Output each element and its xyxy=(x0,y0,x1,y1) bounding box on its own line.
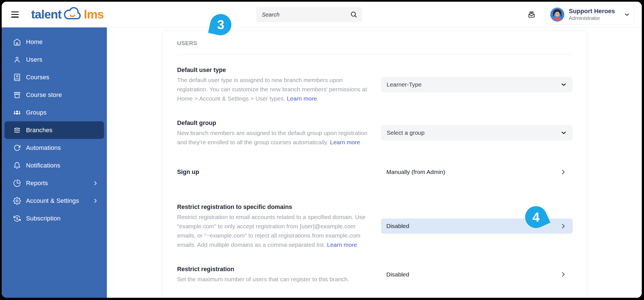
talentlms-logo[interactable]: talent lms xyxy=(31,6,104,23)
setting-description: The default user type is assigned to new… xyxy=(177,75,374,103)
app-window: talent lms xyxy=(2,2,642,298)
groups-icon xyxy=(13,109,21,117)
messages-inbox-icon[interactable] xyxy=(528,11,535,18)
setting-description: Restrict registration to email accounts … xyxy=(177,212,374,249)
user-icon xyxy=(13,56,21,64)
sidebar-item-users[interactable]: Users xyxy=(4,51,104,68)
sidebar-item-branches[interactable]: Branches xyxy=(4,121,104,139)
learn-more-link[interactable]: Learn more xyxy=(330,139,360,145)
sidebar-item-reports[interactable]: Reports xyxy=(4,174,104,192)
user-menu[interactable]: Support Heroes Administrator xyxy=(545,4,634,25)
setting-label: Sign up xyxy=(177,168,374,176)
pie-chart-icon xyxy=(13,179,21,187)
chevron-down-icon xyxy=(560,129,567,136)
main-content: USERS Default user type The default user… xyxy=(107,27,642,298)
search-icon[interactable] xyxy=(350,11,358,18)
book-icon xyxy=(13,73,21,81)
logo-talent-text: talent xyxy=(31,8,62,21)
setting-label: Default group xyxy=(177,119,374,127)
subscription-icon: $ xyxy=(13,215,21,222)
chevron-right-icon xyxy=(560,223,567,229)
branch-users-settings-card: USERS Default user type The default user… xyxy=(163,31,587,298)
hamburger-menu-icon[interactable] xyxy=(11,11,19,18)
logo-lms-text: lms xyxy=(84,8,104,21)
learn-more-link[interactable]: Learn more xyxy=(327,241,357,248)
setting-description: New branch members are assigned to the d… xyxy=(177,128,374,147)
layers-icon xyxy=(13,126,21,134)
sidebar-item-course-store[interactable]: Course store xyxy=(4,86,104,104)
setting-row-restrict-registration: Restrict registration Set the maximum nu… xyxy=(177,257,573,292)
search-input[interactable] xyxy=(256,7,362,22)
learn-more-link[interactable]: Learn more xyxy=(287,95,317,102)
user-identity: Support Heroes Administrator xyxy=(569,8,615,21)
section-title: USERS xyxy=(177,40,573,46)
restrict-registration-setting[interactable]: Disabled xyxy=(381,267,573,282)
setting-label: Restrict registration xyxy=(177,265,374,273)
sidebar-item-subscription[interactable]: $ Subscription xyxy=(4,210,104,227)
sidebar-item-account-settings[interactable]: Account & Settings xyxy=(4,192,104,210)
setting-row-sign-up: Sign up Manually (from Admin) xyxy=(177,155,573,189)
user-role: Administrator xyxy=(569,15,615,21)
top-header: talent lms xyxy=(2,2,642,27)
user-name: Support Heroes xyxy=(569,8,615,15)
setting-row-default-group: Default group New branch members are ass… xyxy=(177,111,573,155)
setting-label: Restrict registration to specific domain… xyxy=(177,203,374,211)
default-group-select[interactable]: Select a group xyxy=(381,125,573,141)
chevron-right-icon xyxy=(92,198,98,204)
default-user-type-select[interactable]: Learner-Type xyxy=(381,77,573,92)
chevron-right-icon xyxy=(92,180,98,186)
svg-text:$: $ xyxy=(16,217,18,220)
automation-icon xyxy=(13,144,21,152)
chevron-down-icon xyxy=(560,81,567,88)
sidebar-nav: Home Users Courses xyxy=(2,27,107,298)
sidebar-item-courses[interactable]: Courses xyxy=(4,68,104,86)
sign-up-setting[interactable]: Manually (from Admin) xyxy=(381,164,573,180)
bell-icon xyxy=(13,162,21,169)
cloud-icon xyxy=(60,6,84,22)
sidebar-item-notifications[interactable]: Notifications xyxy=(4,157,104,174)
section-divider xyxy=(177,55,573,55)
header-right-cluster: Support Heroes Administrator xyxy=(528,2,634,27)
sidebar-item-automations[interactable]: Automations xyxy=(4,139,104,157)
setting-row-restrict-domains: Restrict registration to specific domain… xyxy=(177,189,573,257)
setting-row-default-user-type: Default user type The default user type … xyxy=(177,57,573,111)
sidebar-item-groups[interactable]: Groups xyxy=(4,104,104,121)
global-search xyxy=(256,7,362,22)
chevron-down-icon xyxy=(624,11,630,18)
setting-description: Set the maximum number of users that can… xyxy=(177,275,374,284)
storefront-icon xyxy=(13,91,21,99)
sidebar-item-home[interactable]: Home xyxy=(4,33,104,51)
gear-icon xyxy=(13,197,21,205)
chevron-right-icon xyxy=(560,169,567,175)
setting-label: Default user type xyxy=(177,66,374,74)
chevron-right-icon xyxy=(560,271,567,278)
home-icon xyxy=(13,38,21,46)
avatar xyxy=(549,6,565,23)
